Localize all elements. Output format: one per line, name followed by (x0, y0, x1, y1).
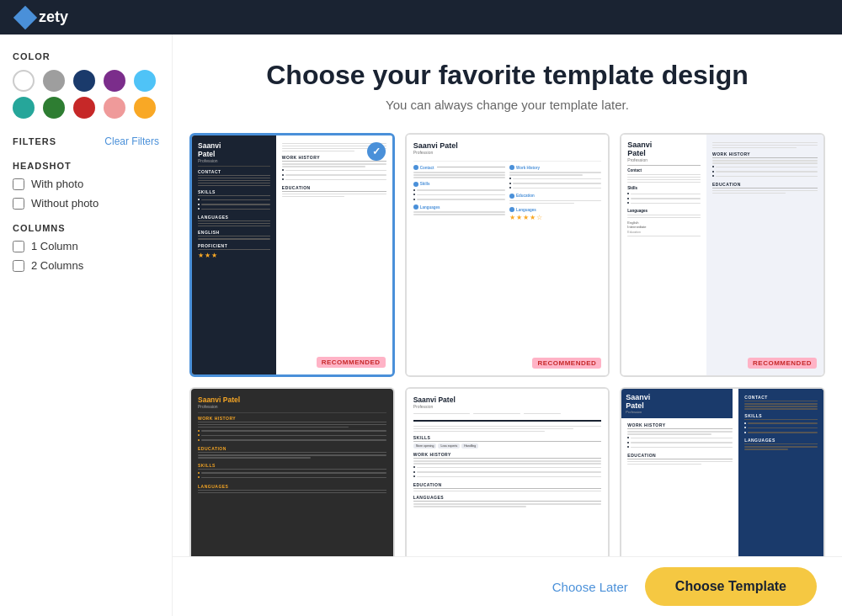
color-gray[interactable] (43, 70, 65, 92)
filters-label: FILTERS (13, 136, 56, 146)
color-white[interactable] (13, 70, 35, 92)
template-card-4[interactable]: Saanvi Patel Profession Work History Edu… (189, 387, 395, 556)
two-columns-label: 2 Columns (31, 259, 83, 272)
t1-name: SaanviPatel (198, 141, 270, 158)
template-1-preview: SaanviPatel Profession Contact Skills (192, 135, 392, 374)
headshot-section-title: HEADSHOT (13, 161, 159, 171)
color-yellow[interactable] (134, 97, 156, 119)
template-4-preview: Saanvi Patel Profession Work History Edu… (191, 389, 393, 556)
logo-icon (13, 5, 37, 29)
logo-text: zety (39, 8, 68, 26)
templates-grid: SaanviPatel Profession Contact Skills (173, 125, 842, 556)
template-5-preview: Saanvi Patel Profession (407, 389, 609, 556)
page-area: Choose your favorite template design You… (173, 35, 842, 616)
two-columns-option[interactable]: 2 Columns (13, 259, 159, 272)
two-columns-checkbox[interactable] (13, 260, 24, 272)
t1-left-col: SaanviPatel Profession Contact Skills (192, 135, 276, 374)
without-photo-option[interactable]: Without photo (13, 197, 159, 210)
with-photo-label: With photo (31, 178, 83, 190)
one-column-checkbox[interactable] (13, 241, 24, 252)
color-teal[interactable] (13, 97, 35, 119)
t1-contact: Contact (198, 169, 270, 187)
selected-checkmark (367, 142, 386, 161)
one-column-label: 1 Column (31, 240, 78, 252)
template-card-2[interactable]: Saanvi Patel Profession Contact (405, 133, 610, 377)
color-navy[interactable] (73, 70, 95, 92)
template-3-preview: SaanviPatel Profession Contact Skills La… (621, 135, 823, 375)
t1-skills: Skills (198, 189, 270, 211)
template-card-6[interactable]: SaanviPatel Profession Work History (620, 387, 825, 556)
t1-job: Profession (198, 158, 270, 163)
color-blue[interactable] (134, 70, 156, 92)
top-bar: zety (0, 0, 842, 35)
color-red[interactable] (73, 97, 95, 119)
with-photo-checkbox[interactable] (13, 178, 24, 190)
color-green[interactable] (43, 97, 65, 119)
color-section-title: COLOR (13, 51, 159, 61)
page-title: Choose your favorite template design (189, 60, 825, 91)
t1-hobbies: English (198, 230, 270, 240)
template-card-1[interactable]: SaanviPatel Profession Contact Skills (189, 133, 395, 377)
one-column-option[interactable]: 1 Column (13, 240, 159, 252)
template-card-5[interactable]: Saanvi Patel Profession (405, 387, 610, 556)
main-content: COLOR FILTERS Clear Filters HEADSHOT Wit… (0, 35, 842, 616)
filters-header: FILTERS Clear Filters (13, 135, 159, 147)
without-photo-checkbox[interactable] (13, 198, 24, 210)
bottom-bar: Choose Later Choose Template (173, 556, 842, 616)
t1-divider (198, 166, 270, 167)
template-2-preview: Saanvi Patel Profession Contact (407, 135, 609, 375)
choose-template-button[interactable]: Choose Template (645, 567, 817, 606)
recommended-badge-2: RECOMMENDED (532, 358, 601, 369)
sidebar: COLOR FILTERS Clear Filters HEADSHOT Wit… (0, 35, 173, 616)
color-salmon[interactable] (104, 97, 125, 119)
t1-languages: Languages (198, 215, 270, 227)
template-6-preview: SaanviPatel Profession Work History (621, 389, 823, 556)
with-photo-option[interactable]: With photo (13, 178, 159, 190)
page-subtitle: You can always change your template late… (189, 98, 825, 112)
clear-filters-link[interactable]: Clear Filters (104, 135, 159, 147)
recommended-badge-1: RECOMMENDED (317, 357, 386, 368)
logo: zety (17, 8, 68, 26)
t1-education: Education (282, 185, 386, 198)
color-grid (13, 70, 159, 119)
color-purple[interactable] (104, 70, 125, 92)
recommended-badge-3: RECOMMENDED (748, 358, 817, 369)
columns-section-title: COLUMNS (13, 223, 159, 233)
without-photo-label: Without photo (31, 197, 99, 210)
t1-profiler: Proficient ★★★ (198, 243, 270, 259)
t1-right-col: Work History Education (276, 135, 392, 374)
template-card-3[interactable]: SaanviPatel Profession Contact Skills La… (620, 133, 825, 377)
page-header: Choose your favorite template design You… (173, 35, 842, 125)
choose-later-button[interactable]: Choose Later (552, 580, 628, 594)
